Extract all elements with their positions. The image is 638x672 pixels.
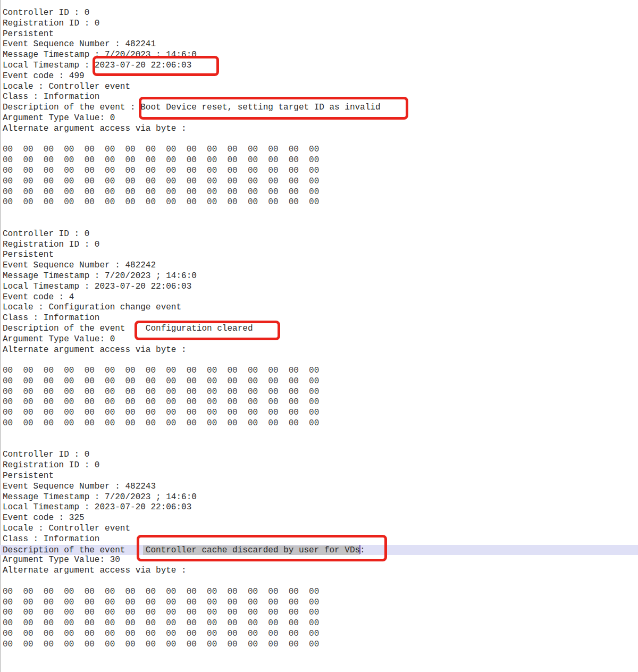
log-document[interactable]: Controller ID : 0Registration ID : 0Pers… bbox=[0, 0, 638, 672]
event-sequence-line: Event Sequence Number : 482242 bbox=[0, 261, 638, 271]
persistent-line: Persistent bbox=[0, 29, 638, 40]
hex-dump-row: 00 00 00 00 00 00 00 00 00 00 00 00 00 0… bbox=[0, 376, 638, 387]
local-timestamp-line: Local Timestamp : 2023-07-20 22:06:03 bbox=[0, 61, 638, 71]
hex-dump-row: 00 00 00 00 00 00 00 00 00 00 00 00 00 0… bbox=[0, 197, 638, 208]
event-sequence-line: Event Sequence Number : 482241 bbox=[0, 39, 638, 50]
locale-line: Locale : Configuration change event bbox=[0, 303, 638, 313]
hex-dump-row: 00 00 00 00 00 00 00 00 00 00 00 00 00 0… bbox=[0, 629, 638, 640]
message-timestamp-line: Message Timestamp : 7/20/2023 ; 14:6:0 bbox=[0, 492, 638, 503]
hex-dump-row: 00 00 00 00 00 00 00 00 00 00 00 00 00 0… bbox=[0, 640, 638, 650]
argument-type-line: Argument Type Value: 0 bbox=[0, 113, 638, 124]
hex-dump-row: 00 00 00 00 00 00 00 00 00 00 00 00 00 0… bbox=[0, 598, 638, 608]
class-line: Class : Information bbox=[0, 92, 638, 103]
text-caret bbox=[359, 545, 360, 554]
log-line bbox=[0, 208, 638, 219]
event-code-line: Event code : 4 bbox=[0, 292, 638, 303]
selected-text: Controller cache discarded by user for V… bbox=[143, 545, 360, 555]
alternate-argument-line: Alternate argument access via byte : bbox=[0, 124, 638, 135]
message-timestamp-line: Message Timestamp : 7/20/2023 ; 14:6:0 bbox=[0, 50, 638, 61]
registration-id-line: Registration ID : 0 bbox=[0, 460, 638, 471]
message-timestamp-line: Message Timestamp : 7/20/2023 ; 14:6:0 bbox=[0, 271, 638, 282]
class-line: Class : Information bbox=[0, 313, 638, 324]
hex-dump-row: 00 00 00 00 00 00 00 00 00 00 00 00 00 0… bbox=[0, 145, 638, 155]
hex-dump-row: 00 00 00 00 00 00 00 00 00 00 00 00 00 0… bbox=[0, 608, 638, 618]
hex-dump-row: 00 00 00 00 00 00 00 00 00 00 00 00 00 0… bbox=[0, 587, 638, 598]
persistent-line: Persistent bbox=[0, 471, 638, 482]
hex-dump-row: 00 00 00 00 00 00 00 00 00 00 00 00 00 0… bbox=[0, 418, 638, 429]
alternate-argument-line: Alternate argument access via byte : bbox=[0, 345, 638, 356]
hex-dump-row: 00 00 00 00 00 00 00 00 00 00 00 00 00 0… bbox=[0, 397, 638, 408]
controller-id-line: Controller ID : 0 bbox=[0, 8, 638, 19]
class-line: Class : Information bbox=[0, 534, 638, 545]
registration-id-line: Registration ID : 0 bbox=[0, 240, 638, 250]
log-line bbox=[0, 429, 638, 440]
log-line bbox=[0, 650, 638, 661]
log-line bbox=[0, 355, 638, 366]
hex-dump-row: 00 00 00 00 00 00 00 00 00 00 00 00 00 0… bbox=[0, 166, 638, 177]
description-line: Description of the event Controller cach… bbox=[0, 545, 638, 556]
log-line bbox=[0, 660, 638, 671]
log-line bbox=[0, 440, 638, 450]
registration-id-line: Registration ID : 0 bbox=[0, 19, 638, 29]
hex-dump-row: 00 00 00 00 00 00 00 00 00 00 00 00 00 0… bbox=[0, 366, 638, 376]
event-code-line: Event code : 325 bbox=[0, 513, 638, 524]
hex-dump-row: 00 00 00 00 00 00 00 00 00 00 00 00 00 0… bbox=[0, 187, 638, 198]
event-code-line: Event code : 499 bbox=[0, 71, 638, 82]
hex-dump-row: 00 00 00 00 00 00 00 00 00 00 00 00 00 0… bbox=[0, 177, 638, 187]
argument-type-line: Argument Type Value: 0 bbox=[0, 334, 638, 345]
hex-dump-row: 00 00 00 00 00 00 00 00 00 00 00 00 00 0… bbox=[0, 408, 638, 418]
controller-id-line: Controller ID : 0 bbox=[0, 450, 638, 460]
hex-dump-row: 00 00 00 00 00 00 00 00 00 00 00 00 00 0… bbox=[0, 618, 638, 629]
alternate-argument-line: Alternate argument access via byte : bbox=[0, 566, 638, 576]
argument-type-line: Argument Type Value: 30 bbox=[0, 555, 638, 566]
hex-dump-row: 00 00 00 00 00 00 00 00 00 00 00 00 00 0… bbox=[0, 387, 638, 398]
hex-dump-row: 00 00 00 00 00 00 00 00 00 00 00 00 00 0… bbox=[0, 155, 638, 166]
log-line bbox=[0, 576, 638, 587]
log-line bbox=[0, 219, 638, 229]
persistent-line: Persistent bbox=[0, 250, 638, 261]
log-line bbox=[0, 135, 638, 145]
local-timestamp-line: Local Timestamp : 2023-07-20 22:06:03 bbox=[0, 282, 638, 292]
description-line: Description of the event Configuration c… bbox=[0, 324, 638, 334]
event-sequence-line: Event Sequence Number : 482243 bbox=[0, 482, 638, 492]
locale-line: Locale : Controller event bbox=[0, 82, 638, 93]
controller-id-line: Controller ID : 0 bbox=[0, 229, 638, 240]
local-timestamp-line: Local Timestamp : 2023-07-20 22:06:03 bbox=[0, 502, 638, 513]
locale-line: Locale : Controller event bbox=[0, 524, 638, 534]
description-line: Description of the event : Boot Device r… bbox=[0, 103, 638, 113]
